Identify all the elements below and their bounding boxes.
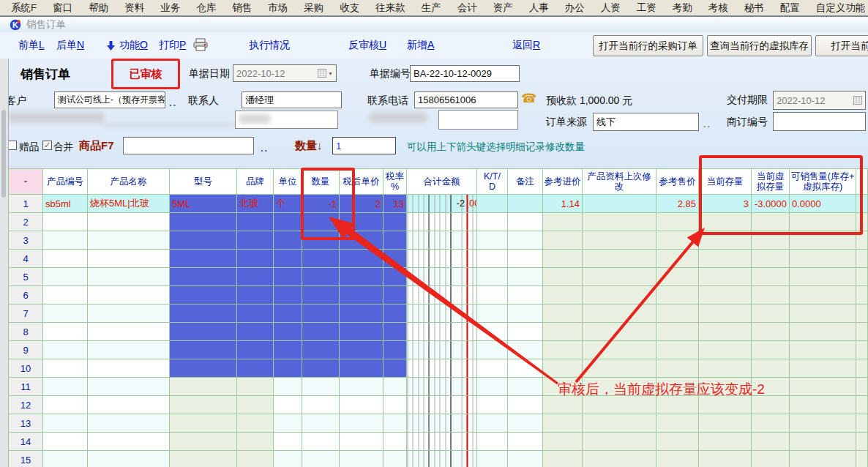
table-cell[interactable]: [170, 323, 237, 341]
table-cell[interactable]: [656, 323, 699, 341]
table-cell[interactable]: [699, 451, 752, 467]
table-cell[interactable]: [790, 433, 856, 451]
table-cell[interactable]: [856, 268, 868, 286]
table-cell[interactable]: [407, 378, 477, 396]
doc-no-input[interactable]: BA-22-10-12-0029: [410, 65, 520, 82]
table-cell[interactable]: [302, 396, 340, 414]
table-cell[interactable]: [384, 341, 407, 359]
qty-input[interactable]: 1: [332, 137, 396, 154]
table-cell[interactable]: [274, 250, 302, 268]
table-cell[interactable]: [340, 341, 384, 359]
merge-checkbox[interactable]: ✓: [42, 141, 52, 150]
table-cell[interactable]: [340, 414, 384, 433]
table-cell[interactable]: [237, 359, 274, 378]
table-cell[interactable]: [543, 286, 583, 305]
table-cell[interactable]: [656, 341, 699, 359]
table-cell[interactable]: [699, 433, 752, 451]
menu-item[interactable]: 人事: [521, 1, 557, 15]
table-cell[interactable]: [477, 378, 508, 396]
table-cell[interactable]: 13: [384, 195, 407, 213]
table-cell[interactable]: [274, 268, 302, 286]
table-cell[interactable]: [340, 396, 384, 414]
menu-item[interactable]: 配置: [772, 1, 808, 15]
row-number[interactable]: 5: [9, 268, 43, 286]
table-cell[interactable]: [790, 451, 856, 467]
table-cell[interactable]: [43, 250, 88, 268]
row-number[interactable]: 4: [9, 250, 43, 268]
row-number[interactable]: 14: [9, 433, 43, 451]
table-cell[interactable]: [302, 359, 340, 378]
table-cell[interactable]: [237, 250, 274, 268]
table-cell[interactable]: [508, 359, 543, 378]
col-header[interactable]: 产品名称: [88, 169, 170, 195]
unapprove-link[interactable]: 反审核U: [348, 39, 386, 52]
table-cell[interactable]: [508, 195, 543, 213]
table-cell[interactable]: [274, 213, 302, 231]
table-cell[interactable]: [384, 359, 407, 378]
table-cell[interactable]: [790, 323, 856, 341]
table-cell[interactable]: [43, 396, 88, 414]
table-cell[interactable]: [477, 396, 508, 414]
table-cell[interactable]: [656, 250, 699, 268]
col-header[interactable]: 产品编号: [43, 169, 88, 195]
table-cell[interactable]: [508, 268, 543, 286]
table-cell[interactable]: [856, 231, 868, 250]
source-browse-dots[interactable]: ..: [703, 119, 711, 130]
table-cell[interactable]: [543, 231, 583, 250]
table-cell[interactable]: [384, 378, 407, 396]
table-cell[interactable]: [384, 231, 407, 250]
table-cell[interactable]: [583, 359, 656, 378]
table-cell[interactable]: [856, 414, 868, 433]
calendar-icon[interactable]: ▼: [318, 69, 333, 78]
table-cell[interactable]: [790, 414, 856, 433]
table-cell[interactable]: [477, 195, 508, 213]
table-cell[interactable]: [656, 359, 699, 378]
table-cell[interactable]: [88, 359, 170, 378]
menu-item[interactable]: 资产: [485, 1, 521, 15]
table-cell[interactable]: [477, 341, 508, 359]
phone-icon[interactable]: ☎: [521, 91, 536, 106]
table-cell[interactable]: [170, 433, 237, 451]
redacted-input[interactable]: [438, 110, 518, 130]
row-number[interactable]: 8: [9, 323, 43, 341]
row-number[interactable]: 15: [9, 451, 43, 467]
menu-item[interactable]: 市场: [260, 1, 296, 15]
table-cell[interactable]: [407, 323, 477, 341]
contact-input[interactable]: 潘经理: [242, 91, 342, 108]
table-cell[interactable]: [274, 305, 302, 323]
table-cell[interactable]: [508, 378, 543, 396]
table-cell[interactable]: -3.0000: [752, 195, 790, 213]
phone-input[interactable]: 15806561006: [414, 91, 518, 108]
table-cell[interactable]: [583, 250, 656, 268]
table-cell[interactable]: [407, 433, 477, 451]
table-cell[interactable]: [407, 250, 477, 268]
table-cell[interactable]: [274, 451, 302, 467]
menu-item[interactable]: 工资: [629, 1, 665, 15]
table-cell[interactable]: [508, 341, 543, 359]
product-input[interactable]: [123, 137, 254, 154]
table-cell[interactable]: [752, 323, 790, 341]
table-cell[interactable]: [699, 323, 752, 341]
table-cell[interactable]: [699, 305, 752, 323]
table-cell[interactable]: [656, 286, 699, 305]
table-cell[interactable]: [699, 250, 752, 268]
table-cell[interactable]: [583, 414, 656, 433]
doc-date-input[interactable]: 2022-10-12 ▼: [233, 64, 337, 82]
table-cell[interactable]: [88, 341, 170, 359]
table-cell[interactable]: [583, 323, 656, 341]
table-cell[interactable]: [274, 359, 302, 378]
table-cell[interactable]: [302, 268, 340, 286]
table-cell[interactable]: [477, 359, 508, 378]
merchant-no-input[interactable]: [773, 112, 866, 131]
functions-link[interactable]: 功能O: [119, 39, 148, 52]
table-cell[interactable]: [543, 213, 583, 231]
table-cell[interactable]: [583, 268, 656, 286]
table-cell[interactable]: [407, 268, 477, 286]
table-cell[interactable]: [384, 414, 407, 433]
table-cell[interactable]: [407, 414, 477, 433]
table-cell[interactable]: [170, 268, 237, 286]
table-cell[interactable]: [752, 414, 790, 433]
menu-item[interactable]: 自定义功能: [808, 1, 868, 15]
table-cell[interactable]: [237, 396, 274, 414]
table-cell[interactable]: [302, 378, 340, 396]
